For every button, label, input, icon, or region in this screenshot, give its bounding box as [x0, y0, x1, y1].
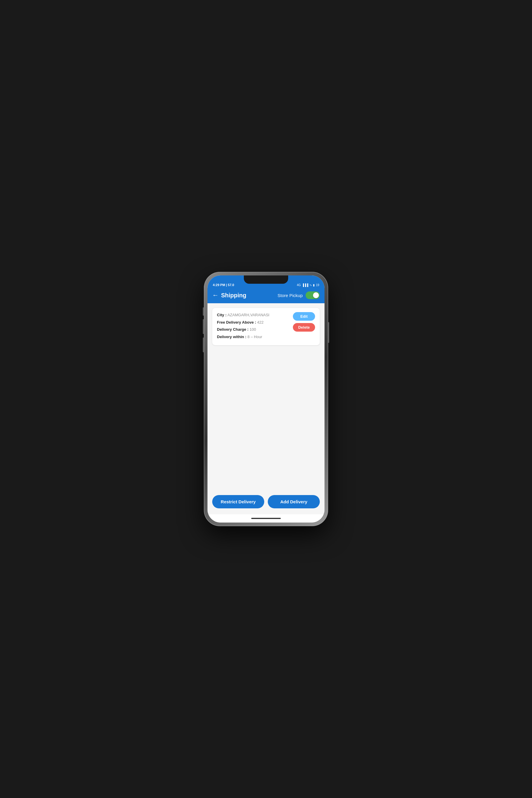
- home-bar: [251, 518, 281, 519]
- power-button: [328, 322, 329, 343]
- phone-screen: 4:29 PM | 57.0 4G ▐▐▐ ∿ ▮ 19 ← Shipping …: [208, 276, 324, 522]
- delivery-within-label: Delivery within :: [217, 335, 247, 339]
- home-indicator: [208, 514, 324, 522]
- mute-button: [203, 307, 204, 316]
- notch: [244, 276, 288, 284]
- volume-down-button: [203, 338, 204, 352]
- delivery-charge-row: Delivery Charge : 100: [217, 327, 290, 332]
- delivery-within-row: Delivery within : 8 – Hour: [217, 334, 290, 340]
- volume-up-button: [203, 319, 204, 334]
- city-value: AZAMGARH,VARANASI: [227, 313, 269, 317]
- edit-button[interactable]: Edit: [293, 312, 315, 321]
- city-row: City : AZAMGARH,VARANASI: [217, 312, 290, 318]
- status-icons: 4G ▐▐▐ ∿ ▮ 19: [297, 283, 319, 287]
- delivery-charge-label: Delivery Charge :: [217, 327, 249, 331]
- free-delivery-label: Free Delivery Above :: [217, 320, 256, 324]
- delete-button[interactable]: Delete: [293, 323, 315, 331]
- header-right: Store Pickup: [278, 291, 320, 299]
- status-time: 4:29 PM | 57.0: [213, 283, 234, 287]
- delivery-charge-value: 100: [250, 327, 256, 331]
- phone-device: 4:29 PM | 57.0 4G ▐▐▐ ∿ ▮ 19 ← Shipping …: [204, 272, 328, 526]
- card-actions: Edit Delete: [293, 312, 315, 331]
- free-delivery-row: Free Delivery Above : 422: [217, 320, 290, 325]
- delivery-within-value: 8 – Hour: [247, 335, 262, 339]
- header-left: ← Shipping: [212, 292, 247, 299]
- back-button[interactable]: ←: [212, 292, 219, 299]
- delivery-card: City : AZAMGARH,VARANASI Free Delivery A…: [212, 308, 320, 345]
- battery-icon: ▮: [313, 283, 315, 287]
- restrict-delivery-button[interactable]: Restrict Delivery: [212, 495, 264, 508]
- free-delivery-value: 422: [257, 320, 264, 324]
- app-header: ← Shipping Store Pickup: [208, 288, 324, 303]
- toggle-knob: [313, 292, 319, 298]
- content-spacer: [212, 345, 320, 486]
- city-label: City :: [217, 313, 227, 317]
- store-pickup-toggle[interactable]: [306, 291, 320, 299]
- store-pickup-label: Store Pickup: [278, 293, 303, 298]
- main-content: City : AZAMGARH,VARANASI Free Delivery A…: [208, 303, 324, 491]
- battery-level: 19: [316, 283, 319, 287]
- card-info: City : AZAMGARH,VARANASI Free Delivery A…: [217, 312, 290, 341]
- signal-icon: ▐▐▐: [302, 283, 308, 287]
- page-title: Shipping: [221, 292, 247, 299]
- wifi-icon: ∿: [309, 283, 312, 287]
- add-delivery-button[interactable]: Add Delivery: [268, 495, 320, 508]
- bottom-bar: Restrict Delivery Add Delivery: [208, 491, 324, 514]
- network-icon: 4G: [297, 283, 301, 287]
